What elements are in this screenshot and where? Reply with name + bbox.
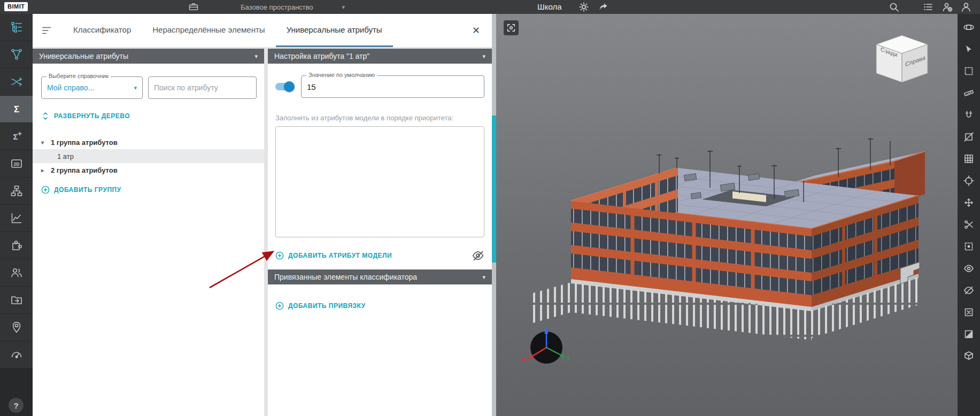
- default-value-label: Значение по умолчанию: [306, 72, 377, 78]
- profile-icon[interactable]: [961, 2, 971, 12]
- priority-hint-text: Заполнять из атрибутов модели в порядке …: [275, 114, 484, 122]
- chevron-right-icon: ▸: [41, 167, 51, 173]
- plus-circle-icon: [275, 302, 284, 310]
- settings-gear-icon[interactable]: [578, 2, 589, 12]
- default-value-toggle[interactable]: [275, 83, 294, 90]
- settings-section-header[interactable]: Настройка атрибута "1 атр" ▾: [268, 49, 492, 64]
- panel-menu-icon[interactable]: [40, 24, 54, 37]
- universal-attributes-sigma-icon[interactable]: Σ: [0, 96, 33, 122]
- left-section-header[interactable]: Универсальные атрибуты ▾: [33, 49, 264, 64]
- plus-circle-icon: [41, 186, 50, 194]
- user-add-icon[interactable]: [942, 2, 953, 12]
- measure-ruler-icon[interactable]: [960, 84, 978, 102]
- hide-eye-off-icon[interactable]: [960, 281, 978, 299]
- ghost-half-fill-icon[interactable]: [960, 325, 978, 343]
- svg-text:Σ: Σ: [13, 132, 18, 141]
- isolate-close-box-icon[interactable]: [960, 303, 978, 321]
- visibility-eye-icon[interactable]: [960, 259, 978, 278]
- attribute-search-input[interactable]: [148, 76, 257, 99]
- user-pin-icon[interactable]: [0, 314, 33, 341]
- select-box-icon[interactable]: [960, 62, 978, 80]
- pan-icon[interactable]: [960, 194, 978, 212]
- dictionary-select-value: Мой справо...: [47, 83, 94, 92]
- axis-x-label: X: [522, 356, 526, 363]
- unfold-icon: [41, 112, 50, 120]
- bindings-section-title: Привязанные элементы классификатора: [274, 273, 417, 281]
- select-cursor-icon[interactable]: [960, 40, 978, 58]
- bindings-section-header[interactable]: Привязанные элементы классификатора ▾: [268, 269, 492, 284]
- target-locate-icon[interactable]: [960, 172, 978, 190]
- svg-text:2D: 2D: [13, 161, 19, 167]
- svg-text:Σ: Σ: [13, 104, 19, 114]
- app-window: BIMIT Базовое пространство ▾ Школа: [0, 0, 980, 416]
- toggle-knob: [284, 81, 295, 92]
- shared-folder-icon[interactable]: [0, 287, 33, 313]
- add-group-button[interactable]: ДОБАВИТЬ ГРУППУ: [41, 186, 121, 194]
- relations-icon[interactable]: [0, 41, 33, 68]
- add-binding-button[interactable]: ДОБАВИТЬ ПРИВЯЗКУ: [275, 302, 366, 310]
- briefcase-icon[interactable]: [188, 2, 199, 12]
- clip-scissors-icon[interactable]: [960, 215, 978, 234]
- attribute-settings-column: Настройка атрибута "1 атр" ▾ Значение по…: [268, 49, 492, 416]
- attribute-tree: ▾ 1 группа атрибутов 1 атр ▸ 2 группа ат…: [33, 135, 264, 177]
- search-icon[interactable]: [889, 2, 899, 12]
- tab-classifier[interactable]: Классификатор: [63, 14, 142, 47]
- left-toolbar: Σ Σ 2D ?: [0, 14, 33, 416]
- panel-scrollbar: [492, 14, 496, 416]
- app-logo: BIMIT: [4, 2, 28, 11]
- close-icon[interactable]: ✕: [468, 25, 484, 36]
- panel-columns: Универсальные атрибуты ▾ Выберите справо…: [33, 49, 492, 416]
- chart-icon[interactable]: [0, 205, 33, 232]
- axis-gizmo: Z X Y: [520, 326, 573, 373]
- add-model-attribute-button[interactable]: ДОБАВИТЬ АТРИБУТ МОДЕЛИ: [275, 251, 392, 260]
- workspace-label: Базовое пространство: [241, 3, 313, 11]
- marquee-zoom-icon[interactable]: [960, 237, 978, 256]
- share-icon[interactable]: [598, 2, 608, 12]
- model-attributes-list[interactable]: [275, 126, 484, 237]
- tree-group-row[interactable]: ▾ 1 группа атрибутов: [33, 135, 264, 149]
- hierarchy-icon[interactable]: [0, 178, 33, 204]
- chevron-down-icon: ▾: [342, 4, 345, 11]
- right-toolbar: [958, 14, 980, 416]
- expand-tree-button[interactable]: РАЗВЕРНУТЬ ДЕРЕВО: [41, 112, 130, 120]
- model-tree-icon[interactable]: [0, 14, 33, 41]
- chevron-down-icon: ▾: [134, 84, 137, 91]
- tree-group-row[interactable]: ▸ 2 группа атрибутов: [33, 163, 264, 177]
- left-section-title: Универсальные атрибуты: [39, 52, 128, 60]
- chevron-down-icon: ▾: [482, 53, 485, 60]
- list-view-icon[interactable]: [923, 2, 933, 12]
- section-plane-icon[interactable]: [960, 128, 978, 146]
- users-icon[interactable]: [0, 259, 33, 286]
- attribute-tree-column: Универсальные атрибуты ▾ Выберите справо…: [33, 49, 264, 416]
- chevron-down-icon: ▾: [482, 274, 485, 281]
- default-value-field[interactable]: Значение по умолчанию 15: [301, 75, 484, 98]
- settings-section-body: Значение по умолчанию 15 Заполнять из ат…: [268, 64, 492, 269]
- orbit-cube-icon[interactable]: [960, 18, 978, 36]
- focus-model-button[interactable]: [504, 20, 519, 35]
- panel-scrollbar-thumb[interactable]: [492, 115, 496, 263]
- magnet-snap-icon[interactable]: [960, 106, 978, 124]
- dictionary-select-label: Выберите справочник: [47, 73, 111, 79]
- panel-tab-bar: Классификатор Нераспределённые элементы …: [33, 14, 492, 47]
- bindings-section-body: ДОБАВИТЬ ПРИВЯЗКУ: [268, 284, 492, 319]
- chevron-down-icon: ▾: [254, 53, 258, 60]
- dashboard-gauge-icon[interactable]: [0, 341, 33, 368]
- tree-attribute-row-selected[interactable]: 1 атр: [33, 149, 264, 163]
- grid-icon[interactable]: [960, 150, 978, 168]
- tab-universal-attributes[interactable]: Универсальные атрибуты: [276, 14, 393, 47]
- help-button[interactable]: ?: [9, 398, 24, 413]
- default-value-text: 15: [307, 82, 316, 91]
- settings-section-title: Настройка атрибута "1 атр": [274, 52, 369, 60]
- shuffle-icon[interactable]: [0, 68, 33, 95]
- sigma-add-icon[interactable]: Σ: [0, 123, 33, 150]
- dictionary-select[interactable]: Выберите справочник Мой справо... ▾: [41, 76, 143, 99]
- workspace-selector[interactable]: Базовое пространство ▾: [241, 0, 345, 14]
- 2d-view-icon[interactable]: 2D: [0, 150, 33, 177]
- attributes-panel: Классификатор Нераспределённые элементы …: [33, 14, 492, 416]
- 3d-viewport[interactable]: Сзади Справа Z X Y: [496, 14, 958, 416]
- navigation-cube[interactable]: Сзади Справа: [875, 34, 929, 83]
- section-box-icon[interactable]: [960, 347, 978, 365]
- plugins-puzzle-icon[interactable]: [0, 232, 33, 259]
- tab-unallocated-elements[interactable]: Нераспределённые элементы: [142, 14, 275, 47]
- eye-off-icon[interactable]: [472, 249, 484, 262]
